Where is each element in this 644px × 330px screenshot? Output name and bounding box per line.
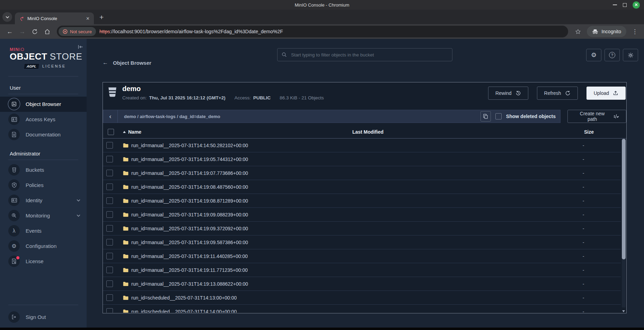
object-name-cell: run_id=scheduled__2025-07-31T14:13:00+00… [123,295,290,301]
sidebar-collapse-icon[interactable] [78,44,83,51]
chevron-down-icon[interactable] [77,214,80,217]
object-name: run_id=scheduled__2025-07-31T14:14:00+00… [131,309,237,313]
not-secure-icon [63,29,68,34]
table-row[interactable]: run_id=manual__2025-07-31T14:14:50.28210… [103,139,621,152]
table-row[interactable]: run_id=manual__2025-07-31T14:19:07.77368… [103,166,621,180]
row-checkbox[interactable] [106,253,113,259]
sign-out-label: Sign Out [26,314,46,320]
rewind-button[interactable]: Rewind [488,87,528,100]
row-checkbox[interactable] [106,170,113,176]
url-bar[interactable]: Not secure https://localhost:9001/browse… [57,26,568,37]
maximize-button[interactable] [623,3,627,7]
sidebar-item-identity[interactable]: Identity [0,193,87,208]
row-checkbox[interactable] [106,239,113,246]
page-title-back[interactable]: ← Object Browser [103,60,151,66]
name-column-header[interactable]: Name [123,129,295,135]
browser-menu-icon[interactable]: ⋮ [630,28,640,35]
table-row[interactable]: run_id=manual__2025-07-31T14:19:09.37209… [103,222,621,235]
sidebar-item-label: Events [26,228,42,234]
home-icon[interactable] [42,26,53,37]
theme-toggle-button[interactable] [623,49,638,61]
sidebar-item-events[interactable]: λ Events [0,223,87,239]
chevron-down-icon[interactable] [77,199,80,202]
table-row[interactable]: run_id=manual__2025-07-31T14:19:13.08862… [103,277,621,291]
row-checkbox[interactable] [106,156,113,162]
sidebar-item-license[interactable]: License [0,254,87,269]
size-column-header: Size [552,129,626,135]
tab-search-button[interactable] [2,12,12,22]
row-checkbox[interactable] [106,267,113,273]
object-name-cell: run_id=manual__2025-07-31T14:19:07.77368… [123,170,290,176]
table-row[interactable]: run_id=manual__2025-07-31T14:19:11.44028… [103,249,621,263]
product-name: OBJECT STORE [10,52,66,62]
row-checkbox[interactable] [106,308,113,313]
folder-icon [123,295,129,300]
sidebar-item-object-browser[interactable]: Object Browser [0,97,87,112]
row-checkbox[interactable] [106,225,113,232]
sidebar-divider [8,305,78,305]
row-checkbox[interactable] [106,184,113,190]
sidebar-item-label: Policies [26,182,44,188]
sidebar-item-documentation[interactable]: Documentation [0,127,87,142]
sidebar-item-policies[interactable]: Policies [0,178,87,193]
row-checkbox[interactable] [106,294,113,301]
select-all-checkbox[interactable] [108,129,114,135]
object-name: run_id=manual__2025-07-31T14:19:11.44028… [131,253,248,259]
table-row[interactable]: run_id=manual__2025-07-31T14:19:09.08823… [103,208,621,222]
create-new-path-button[interactable]: Create new path [567,110,626,123]
row-checkbox[interactable] [106,142,113,149]
back-icon[interactable]: ← [4,26,15,37]
row-checkbox[interactable] [106,197,113,204]
row-checkbox[interactable] [106,211,113,218]
tab-close-icon[interactable]: ✕ [86,16,90,21]
section-rule [8,94,78,94]
table-scrollbar[interactable] [622,139,626,313]
copy-path-button[interactable] [480,111,491,122]
sidebar-item-configuration[interactable]: ⚙ Configuration [0,239,87,254]
sidebar-item-access-keys[interactable]: Access Keys [0,112,87,127]
size-cell: - [546,240,621,245]
size-cell: - [546,295,621,301]
row-checkbox[interactable] [106,280,113,287]
table-row[interactable]: run_id=manual__2025-07-31T14:19:09.58738… [103,235,621,249]
minimize-button[interactable] [613,5,617,5]
sidebar-item-buckets[interactable]: Buckets [0,162,87,178]
upload-button[interactable]: Upload [586,87,626,100]
bookmark-star-icon[interactable] [572,26,583,37]
help-button[interactable]: ? [605,49,620,61]
table-row[interactable]: run_id=manual__2025-07-31T14:19:08.48756… [103,180,621,194]
reload-icon[interactable] [29,26,40,37]
table-row[interactable]: run_id=manual__2025-07-31T14:19:11.77123… [103,263,621,277]
scrollbar-thumb[interactable] [622,139,626,259]
created-value: Thu, Jul 31 2025 16:12:12 (GMT+2) [149,95,226,100]
new-tab-button[interactable]: + [99,14,104,21]
object-list: run_id=manual__2025-07-31T14:14:50.28210… [103,139,621,313]
table-row[interactable]: run_id=manual__2025-07-31T14:19:08.87128… [103,194,621,208]
object-name-cell: run_id=manual__2025-07-31T14:19:09.37209… [123,226,290,231]
object-name: run_id=manual__2025-07-31T14:19:09.37209… [131,226,248,231]
close-button[interactable]: ✕ [633,1,640,9]
breadcrumb[interactable]: demo / airflow-task-logs / dag_id=date_d… [124,114,220,119]
documentation-icon [8,129,20,140]
path-back-button[interactable]: ‹ [103,110,118,123]
settings-button[interactable]: ⚙ [586,49,601,61]
incognito-badge[interactable]: Incognito [587,26,626,37]
tab-minio-console[interactable]: MinIO Console ✕ [15,12,94,24]
bucket-actions: Rewind Refresh Upload [488,87,626,100]
filter-search-box[interactable] [277,48,452,61]
refresh-button[interactable]: Refresh [537,87,578,100]
license-label: LICENSE [42,64,66,68]
scrollbar-down-arrow[interactable] [622,310,625,312]
table-row[interactable]: run_id=scheduled__2025-07-31T14:13:00+00… [103,291,621,305]
forward-icon[interactable]: → [17,26,28,37]
sidebar: MINIO OBJECT STORE AGPL LICENSE User Obj… [0,39,87,330]
security-chip[interactable]: Not secure [59,27,96,36]
sign-out-button[interactable]: Sign Out [0,309,87,324]
table-row[interactable]: run_id=manual__2025-07-31T14:19:05.74431… [103,152,621,166]
sidebar-item-monitoring[interactable]: Monitoring [0,208,87,223]
search-input[interactable] [290,52,448,58]
table-row[interactable]: run_id=scheduled__2025-07-31T14:14:00+00… [103,305,621,313]
show-deleted-checkbox[interactable] [495,113,502,119]
object-name: run_id=manual__2025-07-31T14:19:11.77123… [131,267,248,273]
object-name-cell: run_id=manual__2025-07-31T14:19:09.08823… [123,212,290,217]
